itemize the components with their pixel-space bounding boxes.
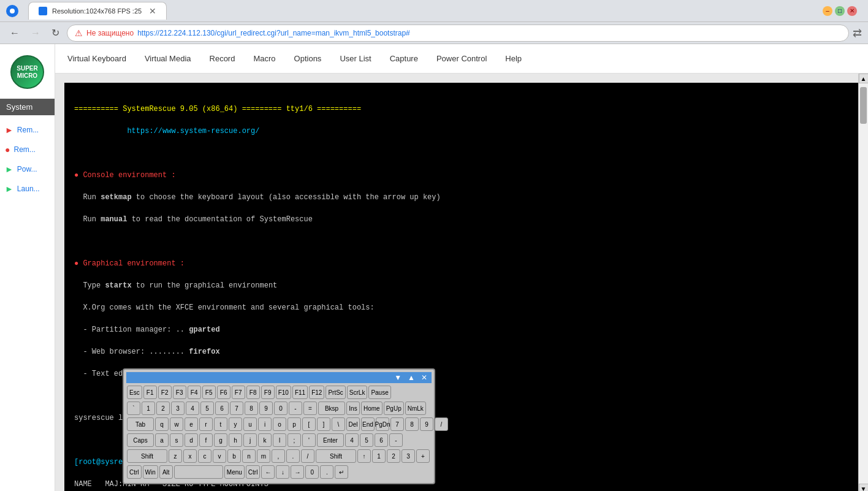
vkb-up-button[interactable]: ▲ (406, 373, 417, 382)
vkb-x[interactable]: x (183, 449, 197, 463)
vkb-g[interactable]: g (214, 433, 227, 447)
vkb-lshift[interactable]: Shift (127, 449, 167, 463)
vkb-f8[interactable]: F8 (246, 386, 260, 399)
vkb-5[interactable]: 5 (200, 402, 214, 415)
nav-options[interactable]: Options (294, 51, 322, 66)
vkb-num-enter[interactable]: ↵ (335, 465, 348, 479)
close-button[interactable]: ✕ (847, 6, 857, 16)
vkb-lctrl[interactable]: Ctrl (127, 465, 142, 479)
vkb-nmlk[interactable]: NmLk (405, 402, 426, 415)
vkb-close-button[interactable]: ✕ (419, 373, 429, 382)
vkb-del[interactable]: Del (346, 417, 360, 431)
sidebar-item-remote-console[interactable]: ► Rem... (0, 120, 55, 140)
vkb-pause[interactable]: Pause (368, 386, 390, 399)
vkb-num0[interactable]: 0 (305, 465, 319, 479)
vkb-7[interactable]: 7 (230, 402, 243, 415)
vkb-d[interactable]: d (185, 433, 198, 447)
vkb-f2[interactable]: F2 (158, 386, 172, 399)
vkb-num1[interactable]: 1 (372, 449, 386, 463)
sidebar-item-launch[interactable]: ► Laun... (0, 179, 55, 199)
nav-capture[interactable]: Capture (390, 51, 418, 66)
vkb-f6[interactable]: F6 (217, 386, 230, 399)
vkb-esc[interactable]: Esc (127, 386, 142, 399)
vkb-f9[interactable]: F9 (261, 386, 275, 399)
vkb-minus[interactable]: - (289, 402, 302, 415)
vkb-quote[interactable]: ' (302, 433, 316, 447)
nav-macro[interactable]: Macro (253, 51, 275, 66)
vkb-0[interactable]: 0 (274, 402, 287, 415)
vkb-equals[interactable]: = (303, 402, 317, 415)
vkb-menu[interactable]: Menu (224, 465, 245, 479)
vkb-pgdn[interactable]: PgDn (376, 417, 389, 431)
scroll-down-button[interactable]: ▼ (859, 484, 869, 491)
nav-help[interactable]: Help (505, 51, 522, 66)
maximize-button[interactable]: □ (835, 6, 845, 16)
vkb-period[interactable]: . (286, 449, 300, 463)
vkb-c[interactable]: c (198, 449, 211, 463)
vkb-9[interactable]: 9 (259, 402, 273, 415)
vkb-pgup[interactable]: PgUp (384, 402, 404, 415)
vkb-minimize-button[interactable]: ▼ (392, 373, 403, 382)
vkb-num4[interactable]: 4 (345, 433, 359, 447)
vkb-num-plus[interactable]: + (416, 449, 430, 463)
vkb-backslash[interactable]: \ (332, 417, 345, 431)
scroll-up-button[interactable]: ▲ (859, 74, 869, 83)
vkb-3[interactable]: 3 (171, 402, 185, 415)
vkb-semicolon[interactable]: ; (287, 433, 301, 447)
vkb-num5[interactable]: 5 (360, 433, 373, 447)
active-tab[interactable]: Resolution:1024x768 FPS :25 ✕ (28, 2, 167, 20)
vkb-a[interactable]: a (155, 433, 169, 447)
minimize-button[interactable]: – (823, 6, 832, 16)
vkb-n[interactable]: n (242, 449, 256, 463)
scroll-thumb[interactable] (860, 87, 867, 124)
vkb-rshift[interactable]: Shift (316, 449, 356, 463)
vkb-f1[interactable]: F1 (143, 386, 157, 399)
vkb-f10[interactable]: F10 (276, 386, 291, 399)
vkb-m[interactable]: m (257, 449, 270, 463)
vkb-left-arrow[interactable]: ← (261, 465, 275, 479)
vkb-z[interactable]: z (169, 449, 182, 463)
sidebar-item-power[interactable]: ► Pow... (0, 159, 55, 179)
vkb-j[interactable]: j (243, 433, 257, 447)
nav-virtual-media[interactable]: Virtual Media (145, 51, 191, 66)
nav-virtual-keyboard[interactable]: Virtual Keyboard (67, 51, 126, 66)
vkb-rbracket[interactable]: ] (317, 417, 330, 431)
vkb-comma[interactable]: , (272, 449, 285, 463)
vkb-right-arrow[interactable]: → (291, 465, 304, 479)
vkb-r[interactable]: r (199, 417, 213, 431)
vkb-end[interactable]: End (361, 417, 375, 431)
vkb-up-arrow[interactable]: ↑ (357, 449, 371, 463)
vkb-fwdslash[interactable]: / (301, 449, 314, 463)
vkb-num8[interactable]: 8 (405, 417, 419, 431)
vkb-space[interactable] (174, 465, 223, 479)
vkb-backtick[interactable]: ` (127, 402, 140, 415)
vkb-lbracket[interactable]: [ (302, 417, 316, 431)
address-bar[interactable]: ⚠ Не защищено https://212.224.112.130/cg… (67, 25, 849, 42)
vkb-s[interactable]: s (170, 433, 183, 447)
vkb-w[interactable]: w (170, 417, 183, 431)
vkb-4[interactable]: 4 (186, 402, 199, 415)
vkb-num3[interactable]: 3 (402, 449, 415, 463)
vkb-o[interactable]: o (273, 417, 286, 431)
vkb-ins[interactable]: Ins (346, 402, 360, 415)
vkb-bksp[interactable]: Bksp (318, 402, 345, 415)
nav-user-list[interactable]: User List (340, 51, 371, 66)
translate-icon[interactable]: ⇄ (853, 26, 862, 40)
vkb-k[interactable]: k (258, 433, 272, 447)
tab-close-button[interactable]: ✕ (149, 6, 156, 16)
nav-power-control[interactable]: Power Control (436, 51, 487, 66)
forward-button[interactable]: → (27, 26, 44, 40)
vkb-rctrl[interactable]: Ctrl (246, 465, 261, 479)
vkb-i[interactable]: i (258, 417, 272, 431)
vkb-b[interactable]: b (227, 449, 241, 463)
vkb-home[interactable]: Home (361, 402, 383, 415)
sidebar-item-remote2[interactable]: ● Rem... (0, 140, 55, 159)
vkb-num-dot[interactable]: . (320, 465, 333, 479)
vkb-6[interactable]: 6 (215, 402, 229, 415)
vkb-1[interactable]: 1 (142, 402, 155, 415)
vkb-8[interactable]: 8 (245, 402, 258, 415)
vkb-lalt[interactable]: Alt (159, 465, 173, 479)
vkb-f12[interactable]: F12 (309, 386, 324, 399)
vkb-tab[interactable]: Tab (127, 417, 154, 431)
vkb-q[interactable]: q (155, 417, 169, 431)
